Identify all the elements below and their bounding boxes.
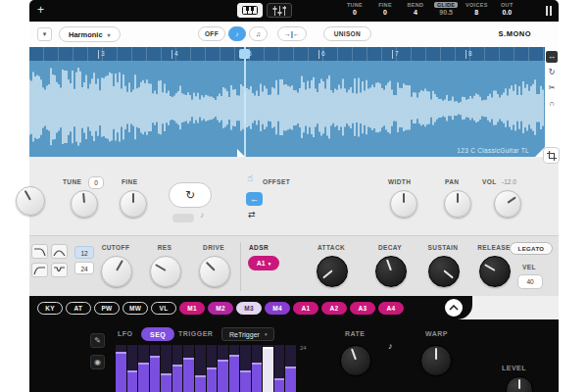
add-icon[interactable]: +: [37, 3, 44, 17]
sustain-knob[interactable]: [428, 256, 460, 287]
voice-mode-label[interactable]: S.MONO: [499, 29, 531, 38]
param-voices[interactable]: VOICES8: [465, 2, 488, 16]
loop-note-icon[interactable]: ♪: [200, 211, 204, 220]
lowpass-filter-icon[interactable]: [31, 244, 48, 259]
seq-step[interactable]: [138, 345, 149, 392]
mod-pill-m2[interactable]: M2: [208, 302, 233, 315]
cutoff-knob[interactable]: [101, 256, 132, 287]
unison-button[interactable]: UNISON: [323, 26, 371, 41]
seq-step[interactable]: [183, 345, 194, 392]
preset-dropdown[interactable]: Harmonic ▾: [59, 26, 121, 42]
tune-knob[interactable]: [71, 190, 98, 218]
seq-step[interactable]: [207, 345, 218, 392]
mod-pill-m3[interactable]: M3: [236, 302, 262, 315]
stretch-icon[interactable]: ↔: [546, 51, 558, 63]
waveform-display[interactable]: 345678 123 C ClassicGuitar TL: [29, 47, 545, 157]
param-bend[interactable]: BEND4: [404, 2, 427, 16]
vel-value-badge[interactable]: 40: [517, 274, 543, 289]
notch-filter-icon[interactable]: [51, 263, 68, 277]
seq-step[interactable]: [127, 345, 138, 392]
seq-step[interactable]: [116, 345, 126, 392]
loop-mode-button[interactable]: ↻: [169, 182, 212, 208]
seq-step[interactable]: [150, 345, 161, 392]
mod-pill-m4[interactable]: M4: [265, 302, 290, 315]
fine-knob[interactable]: [120, 190, 147, 218]
seq-step[interactable]: [263, 345, 273, 392]
smooth-tool-button[interactable]: ◉: [90, 355, 105, 369]
mod-pill-a1[interactable]: A1: [293, 302, 318, 315]
level-knob[interactable]: [506, 376, 533, 392]
seq-step[interactable]: [274, 345, 285, 392]
rate-sync-note-icon[interactable]: ♪: [388, 341, 393, 351]
step-sequencer[interactable]: [116, 345, 296, 392]
res-knob[interactable]: [150, 256, 181, 287]
tune-value-badge[interactable]: 0: [88, 176, 104, 189]
slope-12-button[interactable]: 12: [74, 246, 94, 259]
mod-pill-mw[interactable]: MW: [122, 302, 148, 315]
draw-tool-button[interactable]: ✎: [90, 333, 105, 348]
decay-knob[interactable]: [375, 256, 407, 287]
off-button[interactable]: OFF: [198, 26, 225, 41]
release-knob[interactable]: [479, 256, 511, 287]
note-sync-button[interactable]: ♪: [228, 26, 246, 41]
attack-knob[interactable]: [317, 256, 348, 287]
seq-tab[interactable]: SEQ: [141, 327, 174, 341]
seq-step[interactable]: [195, 345, 206, 392]
cut-icon[interactable]: ✂: [546, 82, 558, 94]
keyboard-tab[interactable]: [237, 3, 263, 18]
loop-cycle-icon[interactable]: ↻: [546, 67, 558, 78]
seq-step[interactable]: [172, 345, 183, 392]
seq-step[interactable]: [240, 345, 251, 392]
hand-drag-icon[interactable]: ☝: [247, 172, 253, 183]
legato-button[interactable]: LEGATO: [510, 242, 553, 255]
mod-pill-a2[interactable]: A2: [321, 302, 347, 315]
snap-center-button[interactable]: →|←: [277, 26, 307, 41]
bandpass-filter-icon[interactable]: [51, 244, 68, 259]
seq-step[interactable]: [285, 345, 296, 392]
seq-step[interactable]: [252, 345, 263, 392]
seq-step[interactable]: [161, 345, 172, 392]
prev-dropdown[interactable]: ▾: [37, 27, 52, 41]
arrows-inward-icon: →|←: [284, 30, 300, 37]
mod-pill-at[interactable]: AT: [66, 302, 91, 315]
param-glide[interactable]: GLIDE90.5: [434, 2, 458, 16]
waveform-ruler[interactable]: 345678: [29, 47, 545, 61]
drive-knob[interactable]: [199, 256, 230, 287]
loop-length-display[interactable]: [172, 214, 194, 222]
mod-pill-pw[interactable]: PW: [94, 302, 120, 315]
rate-knob[interactable]: [340, 345, 371, 376]
width-knob[interactable]: [390, 190, 417, 218]
retrigger-dropdown[interactable]: ReTrigger ▾: [221, 327, 274, 341]
ruler-mark: 4: [172, 50, 178, 59]
slope-24-button[interactable]: 24: [74, 262, 94, 274]
mod-pill-a3[interactable]: A3: [350, 302, 375, 315]
mod-pill-vl[interactable]: VL: [151, 302, 176, 315]
loop-start-marker[interactable]: [237, 149, 245, 157]
edge-knob[interactable]: [16, 186, 45, 216]
seq-step[interactable]: [229, 345, 240, 392]
param-out[interactable]: OUT0.0: [495, 2, 518, 16]
collapse-button[interactable]: [445, 299, 463, 317]
note-beamed-button[interactable]: ♫: [249, 26, 268, 41]
param-fine[interactable]: FINE0: [373, 2, 397, 16]
mod-pill-m1[interactable]: M1: [179, 302, 205, 315]
lfo-tab[interactable]: LFO: [118, 330, 133, 337]
warp-knob[interactable]: [420, 345, 452, 376]
playhead-handle[interactable]: [239, 49, 250, 59]
crop-button[interactable]: [543, 147, 560, 164]
highpass-filter-icon[interactable]: [31, 263, 48, 277]
offset-direction-button[interactable]: ←: [246, 192, 263, 206]
pan-knob[interactable]: [444, 190, 471, 218]
mod-pill-ky[interactable]: KY: [37, 302, 63, 315]
shuffle-icon[interactable]: ⇄: [248, 210, 256, 220]
playhead[interactable]: [244, 47, 246, 157]
param-tune[interactable]: TUNE0: [343, 2, 367, 16]
seq-step[interactable]: [218, 345, 228, 392]
magnet-icon[interactable]: ∩: [546, 98, 558, 110]
mod-pill-a4[interactable]: A4: [378, 302, 404, 315]
dial-icon: ◉: [94, 358, 101, 367]
vol-knob[interactable]: [494, 190, 521, 218]
envelope-slot-dropdown[interactable]: A1 ▾: [248, 256, 279, 270]
pause-icon[interactable]: [546, 6, 552, 16]
sliders-tab[interactable]: [267, 3, 292, 18]
